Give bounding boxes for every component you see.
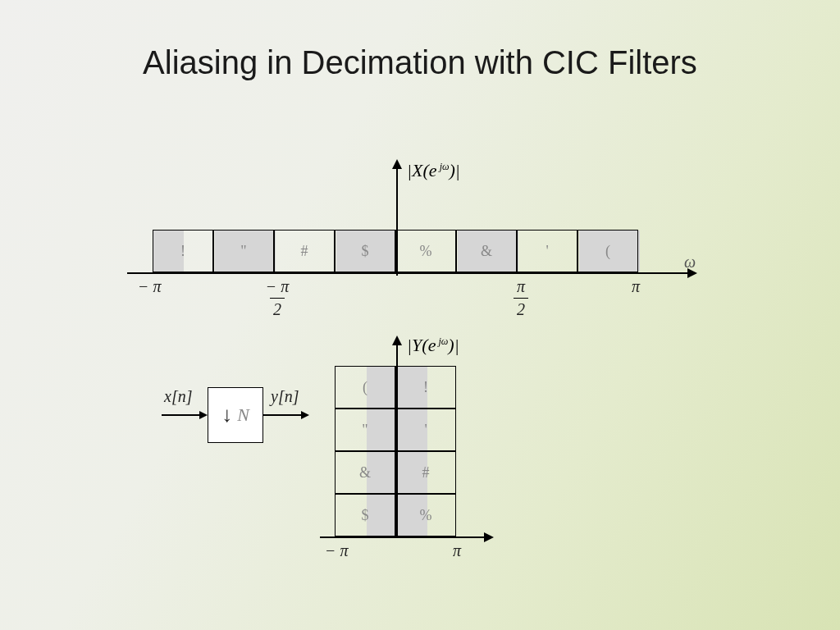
stack-cell: " <box>335 409 395 451</box>
spectrum-cell: $ <box>335 230 395 272</box>
stack-cell: ( <box>335 366 395 409</box>
downsample-block: ↓ N <box>208 387 263 443</box>
stack-cell: ! <box>395 366 456 409</box>
spectrum-cell: " <box>213 230 274 272</box>
tick-label: − π2 <box>262 277 292 319</box>
slide-title: Aliasing in Decimation with CIC Filters <box>0 44 840 81</box>
input-arrow <box>162 414 206 416</box>
stack-cell: # <box>395 451 456 494</box>
bottom-spectrum-label: |Y(e jω)| <box>407 335 459 356</box>
stack-cell: % <box>395 494 456 536</box>
stack-cell: ' <box>395 409 456 451</box>
stack-cell: $ <box>335 494 395 536</box>
spectrum-cell: % <box>395 230 456 272</box>
in-signal-label: x[n] <box>164 387 192 406</box>
spectrum-cell: ! <box>153 230 213 272</box>
spectrum-cell: # <box>274 230 335 272</box>
spectrum-cell: ' <box>517 230 578 272</box>
x-axis-top <box>127 272 696 274</box>
tick-label: − π <box>325 541 349 560</box>
tick-label: π2 <box>509 277 533 319</box>
factor-label: N <box>237 404 249 426</box>
output-arrow <box>263 414 308 416</box>
stack-cell: & <box>335 451 395 494</box>
spectrum-cell: & <box>456 230 517 272</box>
tick-label: π <box>632 277 640 296</box>
tick-label: − π <box>138 277 162 296</box>
spectrum-cell: ( <box>578 230 638 272</box>
out-signal-label: y[n] <box>271 387 299 406</box>
x-axis-bottom <box>320 536 492 538</box>
top-spectrum-label: |X(e jω)| <box>407 160 460 181</box>
axis-var-top: ω <box>684 253 696 272</box>
slide: Aliasing in Decimation with CIC Filters … <box>0 0 840 630</box>
tick-label: π <box>453 541 461 560</box>
